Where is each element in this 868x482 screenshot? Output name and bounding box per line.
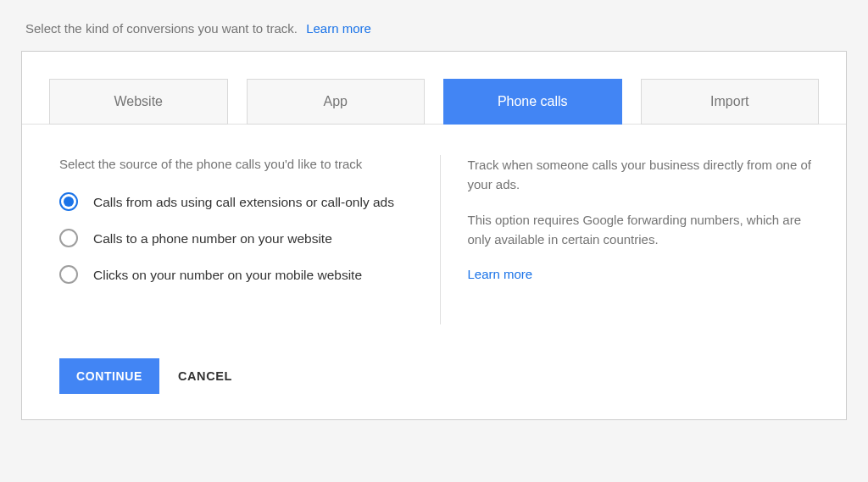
radio-group: Calls from ads using call extensions or …: [59, 192, 408, 285]
tab-label: Import: [710, 94, 748, 109]
radio-option-calls-to-website[interactable]: Calls to a phone number on your website: [59, 229, 408, 248]
action-row: CONTINUE CANCEL: [22, 333, 846, 419]
description-text-1: Track when someone calls your business d…: [468, 155, 816, 195]
tab-website[interactable]: Website: [49, 79, 228, 125]
radio-option-clicks-mobile[interactable]: Clicks on your number on your mobile web…: [59, 265, 408, 285]
tab-phone-calls[interactable]: Phone calls: [443, 79, 622, 125]
radio-label: Calls to a phone number on your website: [93, 229, 332, 248]
intro-learn-more-link[interactable]: Learn more: [306, 21, 371, 36]
intro-label: Select the kind of conversions you want …: [25, 21, 298, 36]
radio-icon: [59, 229, 78, 247]
tab-label: Phone calls: [498, 94, 568, 109]
radio-label: Calls from ads using call extensions or …: [93, 192, 394, 212]
tab-bar: Website App Phone calls Import: [22, 52, 846, 125]
description-text-2: This option requires Google forwarding n…: [468, 210, 816, 250]
continue-button[interactable]: CONTINUE: [59, 358, 159, 394]
radio-icon: [59, 192, 78, 211]
radio-icon: [59, 265, 78, 284]
conversion-card: Website App Phone calls Import Select th…: [21, 51, 847, 420]
left-panel: Select the source of the phone calls you…: [59, 155, 433, 324]
tab-label: App: [324, 94, 348, 109]
right-panel: Track when someone calls your business d…: [448, 155, 816, 324]
vertical-divider: [440, 155, 441, 324]
card-body: Select the source of the phone calls you…: [22, 125, 846, 333]
radio-option-calls-from-ads[interactable]: Calls from ads using call extensions or …: [59, 192, 408, 212]
right-learn-more-link[interactable]: Learn more: [468, 267, 533, 281]
tab-import[interactable]: Import: [641, 79, 820, 125]
cancel-button[interactable]: CANCEL: [178, 369, 232, 383]
source-prompt: Select the source of the phone calls you…: [59, 155, 408, 174]
tab-app[interactable]: App: [247, 79, 426, 125]
radio-label: Clicks on your number on your mobile web…: [93, 265, 362, 285]
tab-label: Website: [114, 94, 163, 109]
intro-text: Select the kind of conversions you want …: [21, 21, 847, 36]
